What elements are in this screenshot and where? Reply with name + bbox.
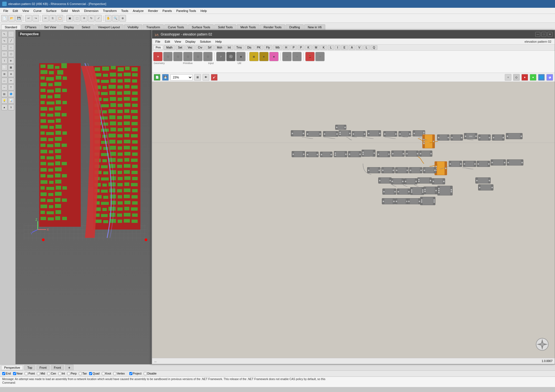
menu-paneling[interactable]: Paneling Tools xyxy=(174,9,198,13)
mesh-tool[interactable]: ▦ xyxy=(8,64,14,70)
gh-tab-trns[interactable]: Trns xyxy=(234,45,244,50)
gh-btn-hex1[interactable]: ⬡ xyxy=(163,52,173,61)
gh-tab-fly[interactable]: Fly xyxy=(264,45,272,50)
window-select-btn[interactable]: ⬚ xyxy=(74,15,80,22)
menu-transform[interactable]: Transform xyxy=(101,9,119,13)
dim-tool[interactable]: ↔ xyxy=(1,84,7,90)
gh-btn-x[interactable]: ✕ xyxy=(153,52,163,61)
extrude-tool[interactable]: ⊞ xyxy=(1,71,7,77)
fillet-tool[interactable]: ⌓ xyxy=(1,78,7,84)
gh-tab-h[interactable]: H xyxy=(282,45,289,50)
cb-project[interactable] xyxy=(129,372,132,375)
gh-btn-input3[interactable]: ◆ xyxy=(269,52,279,61)
gh-node-e2[interactable] xyxy=(478,184,493,190)
gh-node-e1[interactable] xyxy=(475,177,491,184)
gh-node-b5[interactable] xyxy=(423,167,436,173)
gh-node-f4[interactable] xyxy=(420,197,435,205)
cb-end[interactable] xyxy=(2,372,5,375)
tab-mesh-tools[interactable]: Mesh Tools xyxy=(237,24,259,30)
tab-display[interactable]: Display xyxy=(60,24,77,30)
render-tool[interactable]: 💡 xyxy=(1,98,7,104)
gh-node-orange-1[interactable] xyxy=(422,134,435,148)
trim-tool[interactable]: ✂ xyxy=(8,78,14,84)
gh-tab-vec[interactable]: Vec xyxy=(185,45,195,50)
menu-analyze[interactable]: Analyze xyxy=(130,9,146,13)
tab-render-tools[interactable]: Render Tools xyxy=(260,24,285,30)
gh-node-5[interactable] xyxy=(352,131,366,137)
gh-node-4[interactable] xyxy=(339,130,351,136)
gh-tab-p1[interactable]: P xyxy=(290,45,297,50)
view-tab-perspective[interactable]: Perspective xyxy=(1,365,23,370)
gh-eye-btn[interactable]: 👁 xyxy=(203,74,209,81)
gh-tab-k2[interactable]: K xyxy=(320,45,327,50)
gh-node-orange-2[interactable] xyxy=(435,161,447,175)
gh-tab-pk[interactable]: PK xyxy=(254,45,263,50)
gh-node-12[interactable] xyxy=(450,134,463,141)
gh-node-m5[interactable] xyxy=(348,151,361,157)
layer-tool[interactable]: ▲ xyxy=(1,104,7,110)
gh-file-new-btn[interactable]: 📄 xyxy=(154,74,160,81)
cb-perp[interactable] xyxy=(67,372,70,375)
gh-zoom-select[interactable]: 23% 50% 100% xyxy=(170,74,193,80)
cut-btn[interactable]: ✂ xyxy=(42,15,49,22)
gh-tab-int[interactable]: Int xyxy=(225,45,233,50)
gh-tab-i[interactable]: I xyxy=(335,45,340,50)
gh-btn-prim1[interactable]: ◼ xyxy=(236,52,246,61)
rhino-viewport[interactable]: Perspective xyxy=(16,30,152,364)
gh-file-save-btn[interactable]: 💾 xyxy=(162,74,169,81)
gh-tab-k[interactable]: K xyxy=(305,45,312,50)
gh-node-11[interactable] xyxy=(437,134,450,141)
gh-node-7[interactable] xyxy=(367,130,381,136)
gh-menu-edit[interactable]: Edit xyxy=(163,39,172,44)
gh-node-d5[interactable] xyxy=(437,186,453,195)
gh-node-m14[interactable] xyxy=(491,159,506,166)
gh-sphere-btn[interactable]: ○ xyxy=(505,74,511,81)
menu-dimension[interactable]: Dimension xyxy=(82,9,101,13)
gh-green-sphere-btn[interactable]: ● xyxy=(530,74,536,81)
gh-fit-btn[interactable]: ⊞ xyxy=(194,74,201,81)
gh-node-9[interactable] xyxy=(398,131,411,137)
cb-point[interactable] xyxy=(25,372,28,375)
gh-btn-input2[interactable]: ■ xyxy=(259,52,269,61)
arc-tool[interactable]: ⌒ xyxy=(1,44,7,50)
gh-btn-hex5[interactable]: ⬡ xyxy=(203,52,213,61)
gh-node-13[interactable]: Uni xyxy=(464,133,477,139)
tab-cplanes[interactable]: CPlanes xyxy=(21,24,40,30)
gh-sphere2-btn[interactable]: ◕ xyxy=(546,74,553,81)
tab-new-v6[interactable]: New in V6 xyxy=(304,24,325,30)
tab-drafting[interactable]: Drafting xyxy=(286,24,304,30)
gh-node-c2[interactable] xyxy=(391,178,404,184)
gh-node-f2[interactable] xyxy=(395,198,408,204)
hatch-tool[interactable]: ▤ xyxy=(1,91,7,97)
view-tab-front2[interactable]: Front xyxy=(51,365,64,370)
gh-menu-help[interactable]: Help xyxy=(213,39,224,44)
gh-tab-v[interactable]: V xyxy=(356,45,363,50)
surface-tool[interactable]: ⬜ xyxy=(1,64,7,70)
gh-tab-crv[interactable]: Crv xyxy=(195,45,205,50)
save-btn[interactable]: 💾 xyxy=(16,15,22,22)
circle-tool[interactable]: ○ xyxy=(8,44,14,50)
menu-render[interactable]: Render xyxy=(146,9,160,13)
gh-node-16[interactable] xyxy=(506,133,523,139)
view-tab-front[interactable]: Front xyxy=(36,365,50,370)
gh-tab-dis[interactable]: Dis xyxy=(245,45,254,50)
line-tool[interactable]: ╱ xyxy=(8,38,14,44)
tab-set-view[interactable]: Set View xyxy=(41,24,60,30)
gh-btn-cherry[interactable]: 🍒 xyxy=(305,52,315,61)
zoom-btn[interactable]: 🔍 xyxy=(112,15,119,22)
gh-node-b2[interactable] xyxy=(381,167,395,173)
gh-tab-q[interactable]: Q xyxy=(370,45,378,50)
gh-canvas[interactable]: Uni xyxy=(152,82,555,358)
gh-btn-hex2[interactable]: ⬡ xyxy=(173,52,183,61)
select-all-btn[interactable]: ▣ xyxy=(66,15,73,22)
gh-minimize-btn[interactable]: — xyxy=(535,32,540,37)
gh-tab-msh[interactable]: Msh xyxy=(215,45,225,50)
gh-btn-num1[interactable]: 7 xyxy=(216,52,226,61)
gh-node-m4[interactable] xyxy=(334,151,347,157)
new-btn[interactable]: 📄 xyxy=(1,15,8,22)
gh-paint-btn[interactable]: 🖌 xyxy=(211,74,218,81)
tab-standard[interactable]: Standard xyxy=(1,24,21,30)
select-tool[interactable]: ↖ xyxy=(1,31,7,37)
gh-tab-math[interactable]: Math xyxy=(164,45,175,50)
gh-node-m7[interactable] xyxy=(377,151,390,157)
